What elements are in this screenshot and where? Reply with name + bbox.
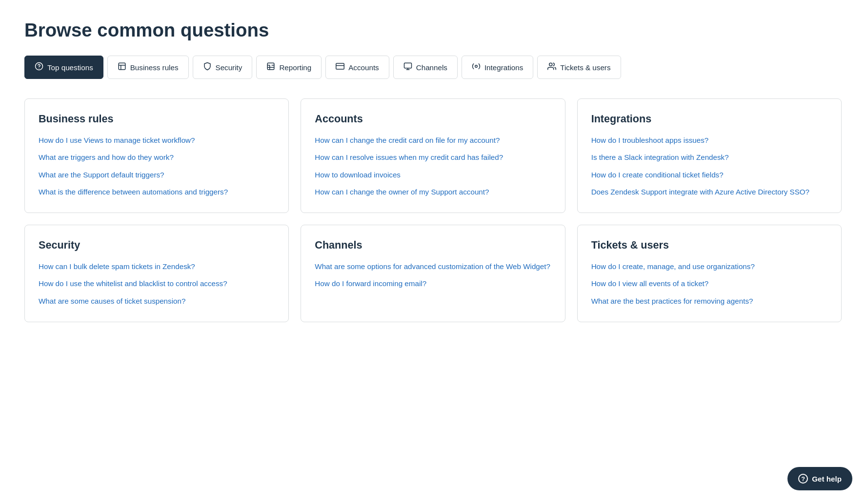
- tickets-users-card-link-1[interactable]: How do I view all events of a ticket?: [591, 278, 827, 289]
- tab-label-security: Security: [216, 63, 242, 72]
- integrations-card: IntegrationsHow do I troubleshoot apps i…: [577, 98, 842, 213]
- svg-rect-2: [119, 63, 125, 70]
- tab-channels[interactable]: Channels: [393, 56, 458, 79]
- tab-icon-reporting: [266, 62, 275, 73]
- channels-card-link-0[interactable]: What are some options for advanced custo…: [315, 261, 551, 271]
- tab-label-accounts: Accounts: [348, 63, 379, 72]
- tab-icon-integrations: [472, 62, 481, 73]
- accounts-card-links: How can I change the credit card on file…: [315, 135, 551, 197]
- tickets-users-card-link-2[interactable]: What are the best practices for removing…: [591, 296, 827, 306]
- channels-card: ChannelsWhat are some options for advanc…: [301, 225, 565, 322]
- integrations-card-title: Integrations: [591, 113, 827, 125]
- channels-card-title: Channels: [315, 239, 551, 252]
- svg-rect-5: [268, 63, 275, 70]
- tab-icon-accounts: [336, 62, 344, 73]
- tab-top-questions[interactable]: Top questions: [24, 56, 103, 79]
- business-rules-card-link-2[interactable]: What are the Support default triggers?: [39, 170, 275, 180]
- channels-card-link-1[interactable]: How do I forward incoming email?: [315, 278, 551, 289]
- business-rules-card-title: Business rules: [39, 113, 275, 125]
- tab-label-channels: Channels: [416, 63, 447, 72]
- security-card-links: How can I bulk delete spam tickets in Ze…: [39, 261, 275, 306]
- accounts-card-link-2[interactable]: How to download invoices: [315, 170, 551, 180]
- integrations-card-link-2[interactable]: How do I create conditional ticket field…: [591, 170, 827, 180]
- channels-card-links: What are some options for advanced custo…: [315, 261, 551, 289]
- tab-security[interactable]: Security: [193, 56, 253, 79]
- tab-icon-top-questions: [35, 62, 43, 73]
- tickets-users-card: Tickets & usersHow do I create, manage, …: [577, 225, 842, 322]
- cards-grid: Business rulesHow do I use Views to mana…: [24, 98, 842, 322]
- integrations-card-link-1[interactable]: Is there a Slack integration with Zendes…: [591, 152, 827, 162]
- tickets-users-card-links: How do I create, manage, and use organiz…: [591, 261, 827, 306]
- integrations-card-link-3[interactable]: Does Zendesk Support integrate with Azur…: [591, 187, 827, 197]
- business-rules-card-link-3[interactable]: What is the difference between automatio…: [39, 187, 275, 197]
- svg-point-12: [475, 65, 478, 68]
- tab-bar: Top questionsBusiness rulesSecurityRepor…: [24, 56, 842, 79]
- tab-icon-channels: [403, 62, 412, 73]
- tab-accounts[interactable]: Accounts: [325, 56, 389, 79]
- business-rules-card-links: How do I use Views to manage ticket work…: [39, 135, 275, 197]
- tab-label-top-questions: Top questions: [47, 63, 93, 72]
- page-title: Browse common questions: [24, 19, 842, 41]
- security-card-link-1[interactable]: How do I use the whitelist and blacklist…: [39, 278, 275, 289]
- tab-tickets-users[interactable]: Tickets & users: [537, 56, 621, 79]
- accounts-card-link-0[interactable]: How can I change the credit card on file…: [315, 135, 551, 145]
- accounts-card-link-1[interactable]: How can I resolve issues when my credit …: [315, 152, 551, 162]
- accounts-card-link-3[interactable]: How can I change the owner of my Support…: [315, 187, 551, 197]
- security-card-title: Security: [39, 239, 275, 252]
- accounts-card: AccountsHow can I change the credit card…: [301, 98, 565, 213]
- tab-icon-business-rules: [118, 62, 126, 73]
- tab-business-rules[interactable]: Business rules: [107, 56, 189, 79]
- tab-label-tickets-users: Tickets & users: [560, 63, 610, 72]
- business-rules-card: Business rulesHow do I use Views to mana…: [24, 98, 289, 213]
- security-card-link-2[interactable]: What are some causes of ticket suspensio…: [39, 296, 275, 306]
- tab-icon-tickets-users: [547, 62, 556, 73]
- svg-point-13: [549, 63, 552, 66]
- integrations-card-links: How do I troubleshoot apps issues?Is the…: [591, 135, 827, 197]
- tickets-users-card-title: Tickets & users: [591, 239, 827, 252]
- svg-rect-9: [404, 63, 411, 68]
- tab-label-business-rules: Business rules: [130, 63, 179, 72]
- svg-rect-7: [336, 63, 344, 69]
- business-rules-card-link-1[interactable]: What are triggers and how do they work?: [39, 152, 275, 162]
- security-card-link-0[interactable]: How can I bulk delete spam tickets in Ze…: [39, 261, 275, 271]
- tab-label-integrations: Integrations: [484, 63, 523, 72]
- business-rules-card-link-0[interactable]: How do I use Views to manage ticket work…: [39, 135, 275, 145]
- tab-reporting[interactable]: Reporting: [256, 56, 322, 79]
- security-card: SecurityHow can I bulk delete spam ticke…: [24, 225, 289, 322]
- accounts-card-title: Accounts: [315, 113, 551, 125]
- tickets-users-card-link-0[interactable]: How do I create, manage, and use organiz…: [591, 261, 827, 271]
- tab-integrations[interactable]: Integrations: [462, 56, 533, 79]
- integrations-card-link-0[interactable]: How do I troubleshoot apps issues?: [591, 135, 827, 145]
- tab-label-reporting: Reporting: [279, 63, 311, 72]
- tab-icon-security: [203, 62, 212, 73]
